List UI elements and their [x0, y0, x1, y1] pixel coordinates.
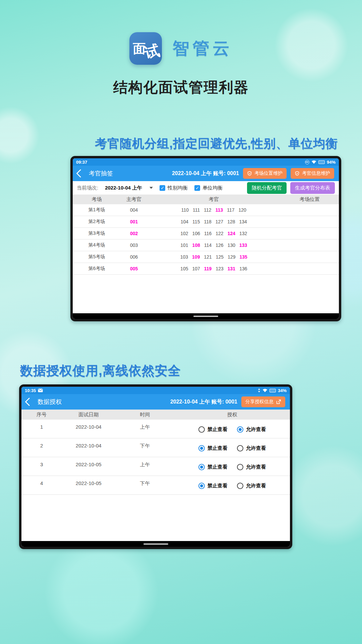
- nav-bar: 考官抽签 2022-10-04 上午 账号: 0001 考场位置维护 考官信息维…: [73, 166, 339, 181]
- table-row: 第4考场 003 101 108 114 126 130 133: [73, 239, 339, 251]
- column-header-examiners: 考官: [147, 196, 280, 203]
- examiner-number: 132: [239, 231, 247, 236]
- screen-title: 数据授权: [38, 398, 62, 406]
- examiners-cell: 104 115 118 127 128 134: [147, 219, 280, 224]
- unit-balance-checkbox[interactable]: 单位均衡: [194, 185, 223, 191]
- session-account-label: 2022-10-04 上午 账号: 0001: [172, 170, 239, 177]
- deny-view-radio[interactable]: 禁止查看: [198, 426, 228, 433]
- interview-time-cell: 上午: [115, 457, 174, 476]
- examiner-number: 110: [181, 207, 189, 213]
- table-header-row: 考场 主考官 考官 考场位置: [73, 195, 339, 204]
- status-bar: 10:35 34%: [21, 387, 290, 394]
- examiners-cell: 101 108 114 126 130 133: [147, 243, 280, 248]
- battery-icon: [269, 389, 276, 392]
- feature-slogan-2: 数据授权使用,离线依然安全: [20, 362, 181, 379]
- radio-label: 禁止查看: [207, 464, 228, 470]
- interview-time-cell: 上午: [115, 420, 174, 438]
- examiner-number: 119: [204, 266, 212, 271]
- battery-percent: 94%: [327, 160, 336, 165]
- examiner-number: 128: [227, 219, 235, 224]
- deny-view-radio[interactable]: 禁止查看: [198, 445, 228, 451]
- toolbar: 当前场次: 2022-10-04 上午 性别均衡 单位均衡 随机分配考官 生成考…: [73, 181, 339, 195]
- allow-view-radio[interactable]: 允许查看: [237, 426, 266, 433]
- examiners-cell: 103 109 121 125 129 135: [147, 254, 280, 260]
- examiner-number: 102: [180, 231, 188, 236]
- examiner-number: 104: [181, 219, 188, 224]
- radio-label: 禁止查看: [207, 445, 228, 451]
- screen-title: 考官抽签: [89, 169, 113, 177]
- mail-icon: [38, 388, 43, 392]
- marketing-page: 面 试 智管云 结构化面试管理利器 考官随机分组,指定回避优先,性别、单位均衡 …: [0, 0, 362, 644]
- session-select-value: 2022-10-04 上午: [105, 185, 142, 191]
- examiner-number: 112: [204, 207, 211, 213]
- maintain-examiner-info-button[interactable]: 考官信息维护: [291, 168, 334, 179]
- feature-slogan-1: 考官随机分组,指定回避优先,性别、单位均衡: [95, 136, 338, 152]
- examiner-number: 114: [204, 243, 212, 248]
- interview-time-cell: 下午: [115, 476, 174, 494]
- examiner-number: 109: [192, 254, 200, 260]
- column-header-room: 考场: [73, 196, 121, 203]
- examiner-number: 136: [239, 266, 247, 271]
- authorization-cell: 禁止查看 允许查看: [175, 457, 290, 476]
- column-header-no: 序号: [21, 412, 62, 418]
- chief-examiner-cell: 004: [121, 207, 147, 213]
- session-select[interactable]: 2022-10-04 上午: [105, 185, 153, 191]
- radio-icon: [237, 445, 243, 451]
- session-account-label: 2022-10-04 上午 账号: 0001: [170, 398, 237, 406]
- battery-icon: [318, 160, 325, 164]
- examiner-number: 133: [239, 243, 247, 248]
- network-activity-icon: [258, 388, 260, 392]
- examiner-number: 120: [239, 207, 246, 213]
- radio-label: 允许查看: [246, 483, 266, 489]
- allow-view-radio[interactable]: 允许查看: [237, 445, 266, 451]
- table-row: 第6考场 005 105 107 119 123 131 136: [73, 263, 339, 275]
- radio-icon: [198, 464, 205, 470]
- examiner-number: 118: [204, 219, 211, 224]
- authorization-cell: 禁止查看 允许查看: [175, 420, 290, 438]
- authorization-cell: 禁止查看 允许查看: [175, 438, 290, 457]
- column-header-auth: 授权: [175, 412, 290, 418]
- gesture-strip: [21, 541, 290, 547]
- examiner-number: 126: [216, 243, 223, 248]
- maintain-room-location-button[interactable]: 考场位置维护: [243, 168, 287, 179]
- session-select-label: 当前场次:: [77, 185, 98, 191]
- home-indicator[interactable]: [143, 543, 168, 545]
- do-not-disturb-icon: [305, 160, 309, 164]
- gender-balance-checkbox[interactable]: 性别均衡: [160, 185, 188, 191]
- examiner-number: 107: [192, 266, 200, 271]
- radio-icon: [198, 426, 205, 433]
- deny-view-radio[interactable]: 禁止查看: [198, 464, 228, 470]
- home-indicator[interactable]: [193, 316, 218, 317]
- share-authorization-button[interactable]: 分享授权信息: [241, 396, 285, 407]
- back-chevron-icon[interactable]: [76, 169, 84, 177]
- page-title: 结构化面试管理利器: [0, 78, 362, 97]
- examiner-number: 127: [216, 219, 223, 224]
- radio-label: 禁止查看: [207, 483, 228, 489]
- room-cell: 第1考场: [73, 207, 121, 213]
- auth-row: 1 2022-10-04 上午 禁止查看 允许查看: [21, 420, 290, 438]
- nav-bar: 数据授权 2022-10-04 上午 账号: 0001 分享授权信息: [21, 394, 290, 410]
- deny-view-radio[interactable]: 禁止查看: [198, 483, 228, 489]
- back-chevron-icon[interactable]: [25, 397, 33, 406]
- chief-examiner-cell: 002: [121, 231, 147, 236]
- wifi-icon: [311, 160, 316, 164]
- examiner-number: 124: [228, 231, 235, 236]
- allow-view-radio[interactable]: 允许查看: [237, 483, 266, 489]
- radio-icon: [237, 464, 243, 470]
- brand-name: 智管云: [173, 37, 233, 60]
- chief-examiner-cell: 001: [121, 219, 147, 224]
- room-cell: 第4考场: [73, 242, 121, 248]
- examiners-cell: 105 107 119 123 131 136: [147, 266, 280, 271]
- generate-distribution-button[interactable]: 生成考官分布表: [290, 182, 335, 194]
- examiner-number: 115: [192, 219, 200, 224]
- random-assign-button[interactable]: 随机分配考官: [247, 182, 287, 194]
- interview-date-cell: 2022-10-04: [62, 420, 115, 438]
- allow-view-radio[interactable]: 允许查看: [237, 464, 266, 470]
- checkbox-label: 性别均衡: [168, 185, 188, 191]
- examiner-number: 129: [228, 254, 235, 260]
- interview-date-cell: 2022-10-05: [62, 476, 115, 494]
- row-number-cell: 1: [21, 420, 62, 438]
- row-number-cell: 3: [21, 457, 62, 476]
- table-header-row: 序号 面试日期 时间 授权: [21, 410, 290, 420]
- radio-icon: [198, 483, 205, 489]
